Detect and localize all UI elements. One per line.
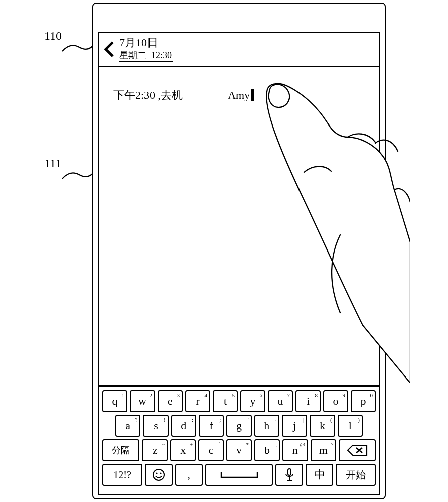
key-h[interactable]: h· — [254, 415, 279, 437]
text-cursor — [251, 89, 254, 101]
key-g[interactable]: g' — [226, 415, 251, 437]
header-date-block: 7月10日 星期二 12:30 — [119, 37, 173, 61]
key-x[interactable]: x+ — [170, 439, 196, 461]
key-r[interactable]: r4 — [185, 390, 210, 412]
microphone-icon — [284, 468, 294, 482]
key-m[interactable]: m^ — [311, 439, 336, 461]
key-k[interactable]: k( — [310, 415, 335, 437]
key-comma[interactable]: , — [175, 464, 203, 486]
svg-point-0 — [153, 469, 164, 480]
header-daytime: 星期二 12:30 — [119, 49, 173, 62]
header-bar: 7月10日 星期二 12:30 — [98, 32, 380, 67]
backspace-icon — [347, 444, 368, 456]
key-a[interactable]: a? — [115, 415, 140, 437]
key-f[interactable]: f; — [199, 415, 224, 437]
space-icon — [219, 470, 259, 479]
key-voice[interactable] — [275, 464, 303, 486]
key-start[interactable]: 开始 — [336, 464, 376, 486]
key-l[interactable]: l) — [338, 415, 363, 437]
key-n[interactable]: n@ — [282, 439, 308, 461]
key-y[interactable]: y6 — [240, 390, 265, 412]
key-v[interactable]: v* — [226, 439, 252, 461]
key-s[interactable]: s! — [143, 415, 168, 437]
entered-text: 下午2:30 ,去机 Amy — [113, 88, 254, 103]
key-backspace[interactable] — [339, 439, 376, 461]
key-c[interactable]: c` — [198, 439, 224, 461]
keyboard-row-1: q1 w2 e3 r4 t5 y6 u7 i8 o9 p0 — [102, 390, 376, 412]
key-emoji[interactable] — [145, 464, 173, 486]
key-w[interactable]: w2 — [130, 390, 155, 412]
key-i[interactable]: i8 — [295, 390, 321, 412]
key-e[interactable]: e3 — [158, 390, 183, 412]
keyboard-row-4: 12!? , — [102, 464, 376, 486]
header-date: 7月10日 — [119, 37, 173, 49]
keyboard-row-2: a? s! d: f; g' h· j| k( l) — [102, 415, 376, 437]
key-b[interactable]: b, — [254, 439, 280, 461]
hand-illustration — [175, 62, 410, 383]
back-icon[interactable] — [99, 41, 119, 58]
key-q[interactable]: q1 — [102, 390, 127, 412]
key-language[interactable]: 中 — [306, 464, 333, 486]
smiley-icon — [152, 468, 165, 481]
key-separator[interactable]: 分隔 — [102, 439, 139, 461]
text-input-area[interactable]: 下午2:30 ,去机 Amy — [98, 67, 380, 386]
on-screen-keyboard: q1 w2 e3 r4 t5 y6 u7 i8 o9 p0 a? s! d: f… — [98, 386, 380, 495]
device-frame: 7月10日 星期二 12:30 下午2:30 ,去机 Amy — [92, 3, 386, 499]
svg-rect-3 — [288, 469, 291, 475]
key-space[interactable] — [205, 464, 273, 486]
key-u[interactable]: u7 — [268, 390, 293, 412]
key-p[interactable]: p0 — [351, 390, 376, 412]
keyboard-row-3: 分隔 z~ x+ c` v* b, n@ m^ — [102, 439, 376, 461]
key-symbols[interactable]: 12!? — [102, 464, 142, 486]
key-j[interactable]: j| — [282, 415, 307, 437]
callout-111: 111 — [44, 157, 61, 170]
svg-point-1 — [156, 472, 158, 474]
key-z[interactable]: z~ — [142, 439, 168, 461]
key-d[interactable]: d: — [171, 415, 196, 437]
key-t[interactable]: t5 — [213, 390, 238, 412]
svg-point-2 — [160, 472, 162, 474]
callout-110: 110 — [44, 29, 62, 43]
key-o[interactable]: o9 — [323, 390, 348, 412]
